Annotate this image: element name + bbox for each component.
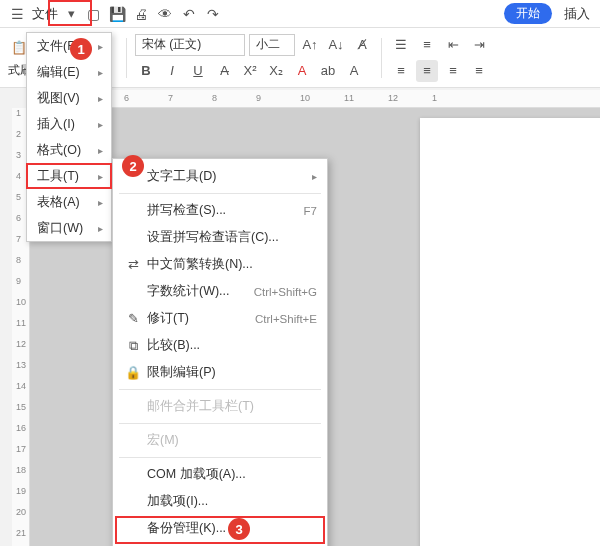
ruler-v-tick: 12 <box>16 339 26 349</box>
bullet-list-icon[interactable]: ☰ <box>390 34 412 56</box>
submenu-item-label: 加载项(I)... <box>143 493 317 510</box>
highlight-button[interactable]: ab <box>317 60 339 82</box>
ruler-h-tick: 7 <box>168 93 173 103</box>
qat-undo-icon[interactable]: ↶ <box>178 3 200 25</box>
lock-icon: 🔒 <box>123 365 143 380</box>
align-center-icon[interactable]: ≡ <box>416 60 438 82</box>
ruler-v-tick: 16 <box>16 423 26 433</box>
align-justify-icon[interactable]: ≡ <box>468 60 490 82</box>
ruler-v-tick: 4 <box>16 171 21 181</box>
chevron-right-icon: ▸ <box>98 93 103 104</box>
submenu-item-label: 字数统计(W)... <box>143 283 254 300</box>
underline-button[interactable]: U <box>187 60 209 82</box>
ruler-h-tick: 12 <box>388 93 398 103</box>
mainmenu-item-2[interactable]: 视图(V)▸ <box>27 85 111 111</box>
font-color-button[interactable]: A <box>291 60 313 82</box>
decrease-font-icon[interactable]: A↓ <box>325 34 347 56</box>
submenu-item-label: 文字工具(D) <box>143 168 312 185</box>
compare-icon: ⧉ <box>123 338 143 354</box>
ruler-h-tick: 1 <box>432 93 437 103</box>
chevron-right-icon: ▸ <box>98 119 103 130</box>
chevron-right-icon: ▸ <box>98 67 103 78</box>
ruler-v-tick: 18 <box>16 465 26 475</box>
submenu-item-label: 拼写检查(S)... <box>143 202 304 219</box>
number-list-icon[interactable]: ≡ <box>416 34 438 56</box>
ruler-v-tick: 2 <box>16 129 21 139</box>
insert-tab-label[interactable]: 插入 <box>554 5 594 23</box>
mainmenu-item-3[interactable]: 插入(I)▸ <box>27 111 111 137</box>
qat-new-icon[interactable]: ▢ <box>82 3 104 25</box>
menu-icon[interactable]: ☰ <box>6 3 28 25</box>
clear-format-icon[interactable]: A̸ <box>351 34 373 56</box>
mainmenu-item-label: 视图(V) <box>37 90 80 107</box>
bold-button[interactable]: B <box>135 60 157 82</box>
italic-button[interactable]: I <box>161 60 183 82</box>
submenu-item-11[interactable]: 加载项(I)... <box>113 488 327 515</box>
mainmenu-item-label: 插入(I) <box>37 116 75 133</box>
chevron-right-icon: ▸ <box>98 171 103 182</box>
indent-inc-icon[interactable]: ⇥ <box>468 34 490 56</box>
ruler-h-tick: 8 <box>212 93 217 103</box>
qat-save-icon[interactable]: 💾 <box>106 3 128 25</box>
mainmenu-item-0[interactable]: 文件(F)▸ <box>27 33 111 59</box>
callout-badge-1: 1 <box>70 38 92 60</box>
qat-redo-icon[interactable]: ↷ <box>202 3 224 25</box>
horizontal-ruler: 4567891011121 <box>30 90 600 108</box>
subscript-button[interactable]: X₂ <box>265 60 287 82</box>
font-size-select[interactable]: 小二 <box>249 34 295 56</box>
file-dropdown-icon[interactable]: ▾ <box>62 3 80 25</box>
ruler-h-tick: 11 <box>344 93 354 103</box>
submenu-item-13[interactable]: ⚙选项(O)... <box>113 542 327 546</box>
submenu-item-2[interactable]: 设置拼写检查语言(C)... <box>113 224 327 251</box>
mainmenu-item-5[interactable]: 工具(T)▸ <box>27 163 111 189</box>
indent-dec-icon[interactable]: ⇤ <box>442 34 464 56</box>
submenu-item-10[interactable]: COM 加载项(A)... <box>113 461 327 488</box>
document-page[interactable] <box>420 118 600 546</box>
qat-print-icon[interactable]: 🖨 <box>130 3 152 25</box>
ruler-v-tick: 1 <box>16 108 21 118</box>
submenu-item-12[interactable]: 备份管理(K)... <box>113 515 327 542</box>
font-name-select[interactable]: 宋体 (正文) <box>135 34 245 56</box>
menu-divider <box>119 193 321 194</box>
ruler-h-tick: 6 <box>124 93 129 103</box>
qat-preview-icon[interactable]: 👁 <box>154 3 176 25</box>
file-menu-label[interactable]: 文件 <box>30 5 60 23</box>
ruler-v-tick: 11 <box>16 318 26 328</box>
submenu-item-label: 比较(B)... <box>143 337 317 354</box>
align-left-icon[interactable]: ≡ <box>390 60 412 82</box>
ruler-v-tick: 5 <box>16 192 21 202</box>
submenu-item-3[interactable]: ⇄中文简繁转换(N)... <box>113 251 327 278</box>
submenu-item-0[interactable]: 文字工具(D)▸ <box>113 163 327 190</box>
mainmenu-item-label: 工具(T) <box>37 168 79 185</box>
superscript-button[interactable]: X² <box>239 60 261 82</box>
submenu-item-4[interactable]: 字数统计(W)...Ctrl+Shift+G <box>113 278 327 305</box>
mainmenu-item-1[interactable]: 编辑(E)▸ <box>27 59 111 85</box>
submenu-item-8: 邮件合并工具栏(T) <box>113 393 327 420</box>
mainmenu-item-7[interactable]: 窗口(W)▸ <box>27 215 111 241</box>
ruler-h-tick: 10 <box>300 93 310 103</box>
submenu-item-1[interactable]: 拼写检查(S)...F7 <box>113 197 327 224</box>
strike-button[interactable]: A̶ <box>213 60 235 82</box>
ruler-v-tick: 3 <box>16 150 21 160</box>
callout-badge-3: 3 <box>228 518 250 540</box>
quick-access-toolbar: ☰ 文件 ▾ ▢ 💾 🖨 👁 ↶ ↷ 开始 插入 <box>0 0 600 28</box>
submenu-item-5[interactable]: ✎修订(T)Ctrl+Shift+E <box>113 305 327 332</box>
chevron-right-icon: ▸ <box>98 197 103 208</box>
ruler-v-tick: 9 <box>16 276 21 286</box>
start-button[interactable]: 开始 <box>504 3 552 24</box>
mainmenu-item-4[interactable]: 格式(O)▸ <box>27 137 111 163</box>
align-right-icon[interactable]: ≡ <box>442 60 464 82</box>
mainmenu-item-label: 表格(A) <box>37 194 80 211</box>
submenu-item-7[interactable]: 🔒限制编辑(P) <box>113 359 327 386</box>
submenu-shortcut: Ctrl+Shift+E <box>255 313 317 325</box>
submenu-shortcut: Ctrl+Shift+G <box>254 286 317 298</box>
increase-font-icon[interactable]: A↑ <box>299 34 321 56</box>
submenu-item-label: 修订(T) <box>143 310 255 327</box>
character-shading-button[interactable]: A <box>343 60 365 82</box>
mainmenu-item-6[interactable]: 表格(A)▸ <box>27 189 111 215</box>
translate-icon: ⇄ <box>123 257 143 272</box>
ruler-v-tick: 14 <box>16 381 26 391</box>
ruler-h-tick: 9 <box>256 93 261 103</box>
submenu-item-6[interactable]: ⧉比较(B)... <box>113 332 327 359</box>
submenu-item-label: 设置拼写检查语言(C)... <box>143 229 317 246</box>
